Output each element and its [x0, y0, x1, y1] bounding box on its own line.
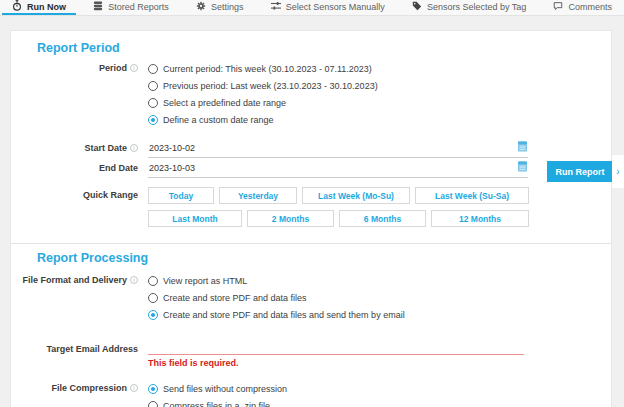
radio-icon[interactable] [148, 310, 158, 320]
info-icon[interactable]: i [130, 144, 138, 152]
period-label-col: Period i [11, 60, 148, 77]
radio-label: Send files without compression [163, 384, 287, 394]
quick-range-last-week-mo-su-button[interactable]: Last Week (Mo-Su) [302, 187, 410, 204]
quick-range-last-month-button[interactable]: Last Month [148, 210, 242, 227]
tab-stored-reports[interactable]: Stored Reports [83, 0, 179, 15]
radio-label: Create and store PDF and data files and … [163, 310, 405, 320]
tab-label: Stored Reports [108, 2, 169, 12]
radio-icon[interactable] [148, 81, 158, 91]
file-compression-label: File Compression [51, 380, 127, 397]
tab-label: Select Sensors Manually [286, 2, 385, 12]
quick-range-6-months-button[interactable]: 6 Months [339, 210, 426, 227]
target-email-label-col: Target Email Address [11, 341, 148, 358]
radio-label: Current period: This week (30.10.2023 - … [163, 64, 372, 74]
end-date-label: End Date [99, 160, 138, 177]
period-label: Period [99, 60, 127, 77]
file-format-option-html[interactable]: View report as HTML [148, 272, 611, 289]
target-email-row: Target Email Address This field is requi… [11, 341, 611, 368]
quick-range-today-button[interactable]: Today [148, 187, 214, 204]
tab-label: Comments [568, 2, 612, 12]
info-icon[interactable]: i [130, 384, 138, 392]
start-date-label: Start Date [84, 140, 127, 157]
tab-label: Run Now [27, 2, 66, 12]
radio-label: Define a custom date range [163, 115, 274, 125]
radio-icon[interactable] [148, 64, 158, 74]
calendar-icon[interactable] [518, 161, 527, 174]
file-compression-options: Send files without compression Compress … [148, 380, 611, 407]
tab-label: Settings [211, 2, 244, 12]
radio-icon[interactable] [148, 293, 158, 303]
run-report-panel-toggle[interactable]: › [612, 155, 624, 188]
radio-label: Select a predefined date range [163, 98, 286, 108]
quick-range-2-months-button[interactable]: 2 Months [247, 210, 334, 227]
radio-label: Compress files in a .zip file [163, 401, 270, 407]
target-email-field[interactable] [148, 341, 524, 355]
gear-icon [196, 1, 206, 13]
sliders-icon [271, 1, 281, 13]
compression-option-none[interactable]: Send files without compression [148, 380, 611, 397]
file-compression-row: File Compression i Send files without co… [11, 380, 611, 407]
database-icon [93, 1, 103, 13]
file-format-option-pdf-email[interactable]: Create and store PDF and data files and … [148, 306, 611, 323]
period-options: Current period: This week (30.10.2023 - … [148, 60, 611, 128]
period-row: Period i Current period: This week (30.1… [11, 60, 611, 128]
period-option-predefined-range[interactable]: Select a predefined date range [148, 94, 611, 111]
target-email-input[interactable] [148, 341, 524, 353]
end-date-input[interactable] [149, 163, 449, 173]
tab-comments[interactable]: Comments [543, 0, 622, 15]
tag-icon [412, 1, 422, 13]
speech-bubble-icon [553, 1, 563, 13]
end-date-label-col: End Date [11, 160, 148, 177]
radio-label: Previous period: Last week (23.10.2023 -… [163, 81, 378, 91]
tab-select-sensors-manually[interactable]: Select Sensors Manually [261, 0, 395, 15]
file-compression-label-col: File Compression i [11, 380, 148, 397]
quick-range-yesterday-button[interactable]: Yesterday [219, 187, 297, 204]
file-format-row: File Format and Delivery i View report a… [11, 272, 611, 323]
radio-icon[interactable] [148, 276, 158, 286]
report-period-heading: Report Period [37, 31, 611, 55]
quick-range-label: Quick Range [83, 187, 138, 204]
tab-settings[interactable]: Settings [186, 0, 254, 15]
end-date-row: End Date [11, 160, 611, 178]
start-date-field[interactable] [148, 140, 528, 158]
tab-label: Sensors Selected by Tag [427, 2, 526, 12]
info-icon[interactable]: i [130, 276, 138, 284]
tab-bar: Run Now Stored Reports Settings Select S… [0, 0, 624, 16]
radio-icon[interactable] [148, 401, 158, 407]
radio-label: View report as HTML [163, 276, 247, 286]
radio-icon[interactable] [148, 384, 158, 394]
info-icon[interactable]: i [130, 64, 138, 72]
target-email-error: This field is required. [148, 358, 611, 368]
calendar-icon[interactable] [518, 141, 527, 154]
period-option-current-week[interactable]: Current period: This week (30.10.2023 - … [148, 60, 611, 77]
quick-range-row: Quick Range Today Yesterday Last Week (M… [11, 187, 611, 227]
quick-range-12-months-button[interactable]: 12 Months [431, 210, 529, 227]
radio-label: Create and store PDF and data files [163, 293, 307, 303]
file-format-label: File Format and Delivery [22, 272, 127, 289]
radio-icon[interactable] [148, 115, 158, 125]
stopwatch-icon [12, 0, 22, 13]
start-date-label-col: Start Date i [11, 140, 148, 157]
report-processing-heading: Report Processing [37, 252, 611, 265]
section-divider [11, 243, 611, 244]
tab-sensors-selected-by-tag[interactable]: Sensors Selected by Tag [402, 0, 536, 15]
start-date-row: Start Date i [11, 140, 611, 158]
file-format-options: View report as HTML Create and store PDF… [148, 272, 611, 323]
file-format-label-col: File Format and Delivery i [11, 272, 148, 289]
radio-icon[interactable] [148, 98, 158, 108]
file-format-option-pdf-store[interactable]: Create and store PDF and data files [148, 289, 611, 306]
target-email-label: Target Email Address [46, 341, 138, 358]
end-date-field[interactable] [148, 160, 528, 178]
run-report-button[interactable]: Run Report [547, 161, 613, 182]
start-date-input[interactable] [149, 143, 449, 153]
quick-range-buttons-row2: Last Month 2 Months 6 Months 12 Months [148, 210, 529, 227]
quick-range-last-week-su-sa-button[interactable]: Last Week (Su-Sa) [415, 187, 529, 204]
quick-range-buttons-row1: Today Yesterday Last Week (Mo-Su) Last W… [148, 187, 529, 204]
tab-run-now[interactable]: Run Now [2, 0, 76, 15]
chevron-right-icon: › [616, 166, 619, 177]
report-settings-card: Report Period Period i Current period: T… [10, 30, 612, 407]
period-option-last-week[interactable]: Previous period: Last week (23.10.2023 -… [148, 77, 611, 94]
period-option-custom-range[interactable]: Define a custom date range [148, 111, 611, 128]
quick-range-label-col: Quick Range [11, 187, 148, 204]
compression-option-zip[interactable]: Compress files in a .zip file [148, 397, 611, 407]
